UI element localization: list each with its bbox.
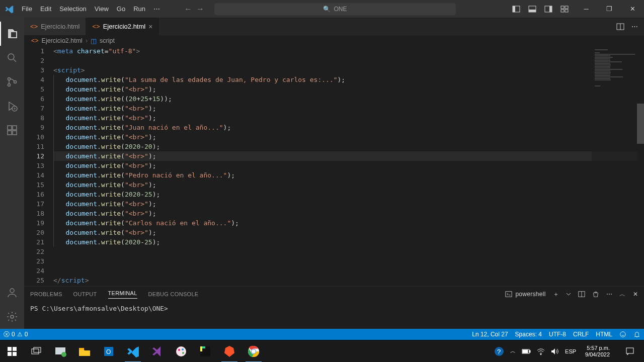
toggle-panel-icon[interactable] (528, 5, 536, 13)
tray-volume-icon[interactable] (551, 348, 559, 355)
svg-rect-35 (79, 348, 84, 350)
status-eol[interactable]: CRLF (570, 331, 592, 338)
svg-text:O: O (106, 348, 111, 355)
toggle-secondary-sidebar-icon[interactable] (544, 5, 552, 13)
more-actions-icon[interactable]: ⋯ (631, 23, 638, 30)
scrollbar-thumb[interactable] (637, 104, 644, 144)
code-content[interactable]: <meta charset="utf-8"><script> document.… (53, 46, 644, 286)
taskbar-app-visualstudio[interactable] (145, 340, 169, 363)
run-debug-icon[interactable] (0, 94, 24, 118)
svg-rect-7 (565, 6, 568, 9)
task-view-icon[interactable] (24, 340, 48, 363)
settings-gear-icon[interactable] (0, 305, 24, 329)
taskbar-app-outlook[interactable]: O (97, 340, 121, 363)
panel-tab-output[interactable]: OUTPUT (73, 291, 97, 297)
taskbar-app-brave[interactable] (217, 340, 242, 363)
svg-point-10 (8, 54, 14, 60)
svg-rect-9 (565, 10, 568, 12)
terminal-shell-label[interactable]: powershell (505, 291, 545, 298)
editor-tab[interactable]: <>Ejercicio2.html× (86, 18, 159, 35)
terminal-dropdown-icon[interactable] (566, 292, 571, 297)
status-bell-icon[interactable] (630, 331, 644, 338)
kill-terminal-icon[interactable] (592, 291, 599, 298)
taskbar-app-vmware[interactable] (48, 340, 72, 363)
panel-tab-debug-console[interactable]: DEBUG CONSOLE (148, 291, 199, 297)
account-icon[interactable] (0, 281, 24, 305)
status-feedback-icon[interactable] (616, 331, 630, 338)
minimap[interactable] (592, 46, 637, 286)
window-minimize-button[interactable]: ─ (575, 0, 598, 18)
panel-tab-terminal[interactable]: TERMINAL (108, 290, 137, 299)
nav-forward-icon[interactable]: → (196, 5, 204, 14)
tray-language[interactable]: ESP (565, 348, 576, 354)
tray-battery-icon[interactable] (522, 348, 531, 354)
svg-rect-1 (513, 6, 515, 12)
extensions-icon[interactable] (0, 118, 24, 142)
scrollbar[interactable] (637, 46, 644, 286)
nav-back-icon[interactable]: ← (184, 5, 192, 14)
svg-rect-23 (506, 292, 512, 297)
panel-more-icon[interactable]: ⋯ (606, 291, 612, 298)
svg-rect-31 (32, 349, 39, 354)
toggle-primary-sidebar-icon[interactable] (512, 5, 520, 13)
svg-point-19 (10, 289, 14, 293)
source-control-icon[interactable] (0, 70, 24, 94)
svg-point-53 (540, 354, 541, 355)
menu-edit[interactable]: Edit (36, 0, 55, 18)
taskbar-app-explorer[interactable] (72, 340, 97, 363)
taskbar-app-chrome[interactable] (242, 340, 266, 363)
search-icon[interactable] (0, 46, 24, 70)
search-icon: 🔍 (323, 6, 331, 13)
svg-point-47 (252, 349, 256, 353)
start-button[interactable] (0, 340, 24, 363)
tray-notifications-icon[interactable] (619, 340, 641, 363)
panel-tab-problems[interactable]: PROBLEMS (30, 291, 62, 297)
tray-clock[interactable]: 5:57 p.m. 9/04/2022 (582, 345, 613, 358)
tray-help-icon[interactable]: ? (494, 346, 504, 356)
menu-selection[interactable]: Selection (55, 0, 90, 18)
maximize-panel-icon[interactable]: ︿ (619, 290, 625, 299)
window-restore-button[interactable]: ❐ (598, 0, 621, 18)
status-cursor-pos[interactable]: Ln 12, Col 27 (468, 331, 511, 338)
breadcrumb[interactable]: <> Ejercicio2.html › ◫ script (24, 35, 644, 46)
customize-layout-icon[interactable] (560, 5, 569, 13)
window-close-button[interactable]: ✕ (621, 0, 644, 18)
editor-tab[interactable]: <>Ejercicio.html (24, 18, 86, 35)
svg-point-20 (11, 315, 14, 318)
menu-overflow-icon[interactable]: ⋯ (149, 5, 164, 13)
explorer-icon[interactable] (0, 22, 24, 46)
menu-view[interactable]: View (91, 0, 113, 18)
taskbar-app-paint[interactable] (169, 340, 193, 363)
status-errors[interactable]: ⓧ0⚠0 (0, 329, 31, 340)
status-language[interactable]: HTML (592, 331, 616, 338)
svg-point-41 (182, 352, 184, 354)
menu-run[interactable]: Run (129, 0, 149, 18)
status-indent[interactable]: Spaces: 4 (512, 331, 545, 338)
activity-bar (0, 18, 24, 329)
close-tab-icon[interactable]: × (148, 23, 152, 31)
svg-rect-54 (626, 348, 633, 353)
split-editor-icon[interactable] (616, 23, 624, 31)
editor[interactable]: 1234567891011121314151617181920212223242… (24, 46, 644, 286)
new-terminal-icon[interactable]: ＋ (553, 290, 559, 299)
command-center-search[interactable]: 🔍 ONE (214, 3, 456, 15)
vscode-logo-icon (0, 5, 18, 14)
svg-rect-52 (523, 350, 528, 353)
taskbar-app-vscode[interactable] (121, 340, 145, 363)
split-terminal-icon[interactable] (578, 291, 585, 298)
symbol-icon: ◫ (91, 37, 97, 45)
svg-rect-32 (34, 347, 41, 352)
close-panel-icon[interactable]: ✕ (633, 291, 638, 298)
search-label: ONE (334, 6, 347, 13)
tab-label: Ejercicio2.html (103, 23, 146, 30)
svg-point-13 (14, 81, 17, 83)
terminal-content[interactable]: PS C:\Users\afmonsalve\Desktop\ONE> (24, 302, 644, 329)
status-encoding[interactable]: UTF-8 (545, 331, 570, 338)
tray-wifi-icon[interactable] (537, 348, 545, 355)
taskbar-app-pycharm[interactable] (193, 340, 217, 363)
html-file-icon: <> (31, 37, 39, 44)
menu-file[interactable]: File (18, 0, 36, 18)
menu-go[interactable]: Go (113, 0, 129, 18)
tray-chevron-up-icon[interactable]: ︿ (510, 347, 516, 355)
svg-rect-30 (13, 352, 17, 356)
